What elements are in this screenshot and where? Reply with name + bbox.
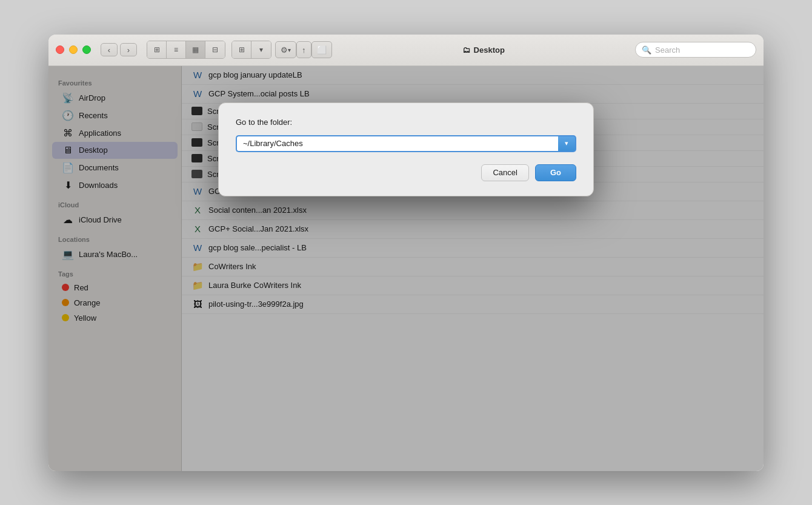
tag-icon: ⬜ <box>317 45 327 55</box>
search-bar[interactable]: 🔍 Search <box>635 42 756 58</box>
share-icon: ↑ <box>302 45 306 55</box>
modal-buttons: Cancel Go <box>236 164 576 181</box>
window-title: Desktop <box>474 45 505 55</box>
cancel-button[interactable]: Cancel <box>481 164 528 181</box>
gear-dropdown-arrow: ▾ <box>288 47 291 53</box>
nav-buttons: ‹ › <box>101 43 137 56</box>
group-dropdown-btn[interactable]: ▾ <box>251 41 271 58</box>
search-placeholder: Search <box>655 45 680 55</box>
view-list-btn[interactable]: ≡ <box>167 41 186 58</box>
modal-overlay: Go to the folder: ▾ Cancel Go <box>48 66 764 471</box>
group-btn[interactable]: ⊞ <box>232 41 251 58</box>
search-icon: 🔍 <box>642 45 651 55</box>
tag-button[interactable]: ⬜ <box>311 41 332 58</box>
folder-icon: 🗂 <box>462 45 470 55</box>
goto-folder-modal: Go to the folder: ▾ Cancel Go <box>218 102 594 196</box>
modal-title: Go to the folder: <box>236 118 576 127</box>
modal-input-row: ▾ <box>236 135 576 152</box>
back-button[interactable]: ‹ <box>101 43 118 56</box>
finder-window: ‹ › ⊞ ≡ ▦ ⊟ ⊞ ▾ ⚙ ▾ ↑ ⬜ 🗂 Desktop <box>48 35 764 471</box>
view-cover-btn[interactable]: ⊟ <box>205 41 225 58</box>
chevron-down-icon: ▾ <box>565 139 568 147</box>
share-button[interactable]: ↑ <box>296 41 311 58</box>
view-icon-btn[interactable]: ⊞ <box>147 41 167 58</box>
close-button[interactable] <box>56 45 64 54</box>
folder-path-input[interactable] <box>236 135 558 152</box>
view-column-btn[interactable]: ▦ <box>186 41 205 58</box>
traffic-lights <box>56 45 91 54</box>
gear-icon: ⚙ <box>281 45 288 55</box>
minimize-button[interactable] <box>69 45 78 54</box>
maximize-button[interactable] <box>82 45 91 54</box>
go-button[interactable]: Go <box>535 164 576 181</box>
title-bar: ‹ › ⊞ ≡ ▦ ⊟ ⊞ ▾ ⚙ ▾ ↑ ⬜ 🗂 Desktop <box>48 35 764 66</box>
forward-button[interactable]: › <box>120 43 137 56</box>
title-bar-center: 🗂 Desktop <box>332 45 636 55</box>
action-button[interactable]: ⚙ ▾ <box>275 41 296 58</box>
group-view-buttons: ⊞ ▾ <box>231 41 271 59</box>
view-buttons: ⊞ ≡ ▦ ⊟ <box>147 41 225 59</box>
folder-dropdown-button[interactable]: ▾ <box>558 135 576 152</box>
